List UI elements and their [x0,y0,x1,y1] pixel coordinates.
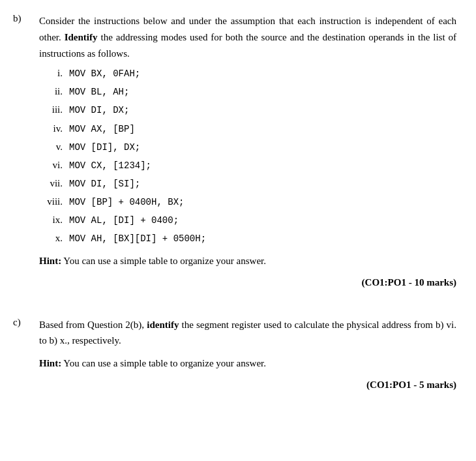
identify-keyword-b: Identify [65,32,98,42]
instr-num-5: v. [39,139,69,155]
instr-num-7: vii. [39,175,69,192]
instr-num-6: vi. [39,157,69,173]
list-item: viii. MOV [BP] + 0400H, BX; [39,194,456,210]
instr-num-9: ix. [39,212,69,228]
list-item: x. MOV AH, [BX][DI] + 0500H; [39,230,456,246]
list-item: v. MOV [DI], DX; [39,139,456,155]
list-item: iv. MOV AX, [BP] [39,121,456,137]
question-c: c) Based from Question 2(b), identify th… [13,317,456,393]
instr-code-3: MOV DI, DX; [69,103,129,118]
question-c-content: Based from Question 2(b), identify the s… [39,317,456,393]
question-b-content: Consider the instructions below and unde… [39,13,456,291]
instr-num-4: iv. [39,121,69,137]
hint-c: Hint: You can use a simple table to orga… [39,355,456,372]
instr-num-1: i. [39,65,69,82]
list-item: ix. MOV AL, [DI] + 0400; [39,212,456,228]
instr-code-9: MOV AL, [DI] + 0400; [69,213,179,228]
list-item: vi. MOV CX, [1234]; [39,157,456,173]
list-item: ii. MOV BL, AH; [39,83,456,100]
instr-code-5: MOV [DI], DX; [69,140,140,155]
instr-code-7: MOV DI, [SI]; [69,177,140,192]
instr-num-2: ii. [39,83,69,100]
instr-code-4: MOV AX, [BP] [69,122,135,137]
list-item: vii. MOV DI, [SI]; [39,175,456,192]
question-b-text: Consider the instructions below and unde… [39,13,456,61]
hint-b: Hint: You can use a simple table to orga… [39,253,456,269]
question-b: b) Consider the instructions below and u… [13,13,456,291]
instructions-list: i. MOV BX, 0FAH; ii. MOV BL, AH; iii. MO… [39,65,456,246]
instr-code-2: MOV BL, AH; [69,85,129,100]
instr-code-8: MOV [BP] + 0400H, BX; [69,195,184,210]
marks-c: (CO1:PO1 - 5 marks) [39,377,456,393]
identify-keyword-c: identify [147,320,179,330]
instr-num-3: iii. [39,102,69,118]
marks-b: (CO1:PO1 - 10 marks) [39,275,456,291]
list-item: iii. MOV DI, DX; [39,102,456,118]
instr-num-8: viii. [39,194,69,210]
list-item: i. MOV BX, 0FAH; [39,65,456,82]
instr-code-1: MOV BX, 0FAH; [69,67,140,82]
question-c-text: Based from Question 2(b), identify the s… [39,317,456,349]
hint-keyword-b: Hint: [39,256,61,266]
hint-keyword-c: Hint: [39,358,61,368]
question-c-label: c) [13,317,39,393]
instr-code-10: MOV AH, [BX][DI] + 0500H; [69,231,206,246]
instr-num-10: x. [39,230,69,246]
instr-code-6: MOV CX, [1234]; [69,158,151,173]
question-b-label: b) [13,13,39,291]
